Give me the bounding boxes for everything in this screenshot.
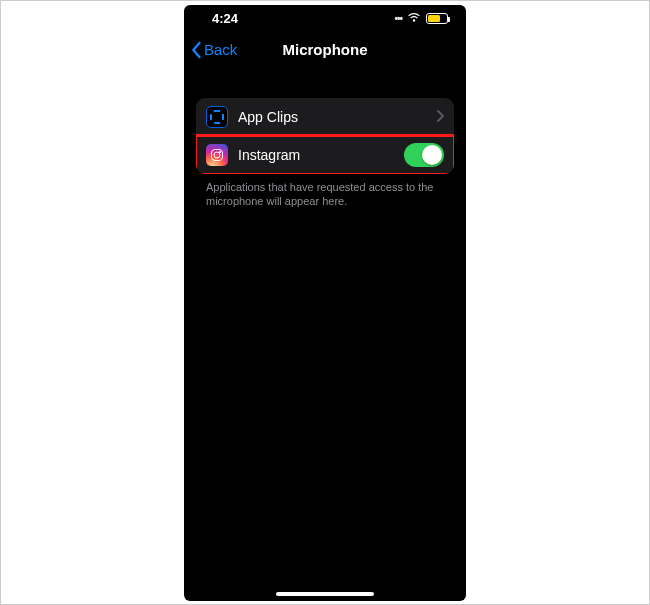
battery-icon xyxy=(426,13,448,24)
page-title: Microphone xyxy=(283,41,368,58)
home-indicator[interactable] xyxy=(276,592,374,596)
instagram-icon xyxy=(206,144,228,166)
wifi-icon xyxy=(407,13,421,23)
settings-list: App Clips Instagram xyxy=(196,98,454,174)
status-right: ••• xyxy=(394,13,448,24)
back-button[interactable]: Back xyxy=(190,30,237,70)
chevron-left-icon xyxy=(190,41,202,59)
row-app-clips[interactable]: App Clips xyxy=(196,98,454,136)
row-label-app-clips: App Clips xyxy=(238,109,426,125)
list-footer-text: Applications that have requested access … xyxy=(206,180,444,210)
status-bar: 4:24 ••• xyxy=(184,5,466,28)
cellular-dots-icon: ••• xyxy=(394,13,402,24)
app-clips-icon xyxy=(206,106,228,128)
status-time: 4:24 xyxy=(212,11,238,26)
battery-fill xyxy=(428,15,440,22)
phone-screen: 4:24 ••• Back Microphone App Clips xyxy=(184,5,466,601)
instagram-mic-toggle[interactable] xyxy=(404,143,444,167)
nav-header: Back Microphone xyxy=(184,30,466,70)
back-label: Back xyxy=(204,41,237,58)
chevron-right-icon xyxy=(436,109,444,125)
row-label-instagram: Instagram xyxy=(238,147,394,163)
row-instagram[interactable]: Instagram xyxy=(196,136,454,174)
